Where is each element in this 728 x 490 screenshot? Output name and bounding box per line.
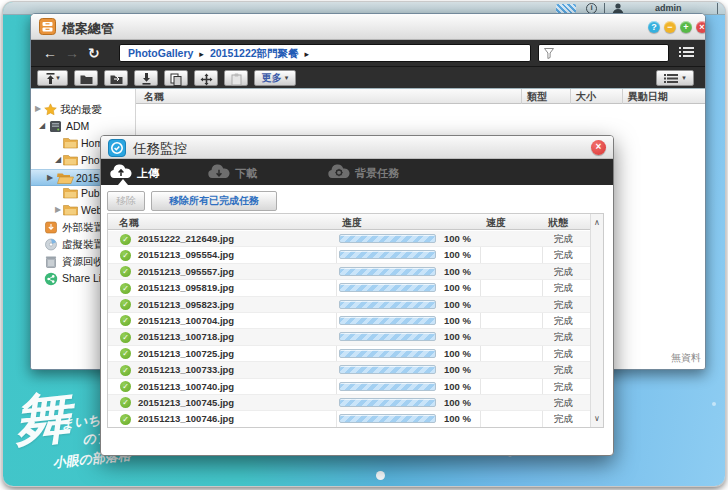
task-progress-percent: 100 %: [444, 233, 471, 244]
task-status: 完成: [554, 233, 573, 246]
column-name[interactable]: 名稱: [144, 90, 164, 104]
task-row[interactable]: ✓ 20151213_095557.jpg 100 % 完成: [108, 264, 590, 280]
task-row[interactable]: ✓ 20151213_100725.jpg 100 % 完成: [108, 346, 590, 362]
dialog-tabbar: 上傳 下載 背景任務: [101, 159, 613, 185]
disc-icon: [44, 238, 58, 251]
completed-check-icon: ✓: [120, 266, 131, 277]
column-task-progress[interactable]: 進度: [342, 216, 362, 230]
completed-check-icon: ✓: [120, 365, 131, 376]
column-task-status[interactable]: 狀態: [548, 216, 568, 230]
scroll-up-icon[interactable]: ∧: [591, 218, 603, 227]
task-file-name: 20151213_100746.jpg: [138, 413, 234, 424]
task-status: 完成: [554, 249, 573, 262]
view-mode-button[interactable]: ▾: [656, 70, 694, 86]
column-size[interactable]: 大小: [576, 90, 596, 104]
task-status: 完成: [554, 348, 573, 361]
move-button[interactable]: [194, 70, 218, 86]
task-row[interactable]: ✓ 20151213_100745.jpg 100 % 完成: [108, 395, 590, 411]
tab-background-tasks[interactable]: 背景任務: [319, 159, 439, 185]
task-row[interactable]: ✓ 20151213_095554.jpg 100 % 完成: [108, 247, 590, 263]
minimize-button[interactable]: −: [664, 21, 676, 33]
breadcrumb[interactable]: PhotoGallery▸20151222部門聚餐▸: [119, 44, 531, 62]
folder-icon: [63, 137, 78, 149]
task-progress-bar: [339, 234, 436, 243]
dialog-actions: 移除 移除所有已完成任務: [101, 185, 613, 213]
filter-input[interactable]: [538, 44, 669, 62]
desktop: i admin 舞 まいちゃん のブログ 小眼の部落格 檔案總管 ? − + ×: [3, 2, 725, 486]
task-progress-bar: [339, 398, 436, 407]
activity-monitor-icon[interactable]: [556, 4, 576, 13]
task-list-scrollbar[interactable]: ∧ ∨: [590, 214, 603, 427]
paste-button-disabled: [224, 70, 248, 86]
folder-icon: [63, 204, 78, 216]
column-task-name[interactable]: 名稱: [119, 216, 139, 230]
task-row[interactable]: ✓ 20151222_212649.jpg 100 % 完成: [108, 231, 590, 247]
column-modified[interactable]: 異動日期: [628, 90, 668, 104]
task-status: 完成: [554, 413, 573, 426]
completed-check-icon: ✓: [120, 332, 131, 343]
wallpaper-dot: [376, 471, 385, 480]
chevron-right-icon[interactable]: ▶: [47, 173, 53, 182]
completed-check-icon: ✓: [120, 414, 131, 425]
refresh-button[interactable]: ↻: [88, 45, 100, 61]
task-rows: ✓ 20151222_212649.jpg 100 % 完成 ✓ 2015121…: [108, 231, 590, 427]
task-progress-percent: 100 %: [444, 331, 471, 342]
cloud-gear-icon: [327, 164, 351, 180]
open-folder-icon: [57, 172, 74, 184]
task-row[interactable]: ✓ 20151213_100704.jpg 100 % 完成: [108, 313, 590, 329]
maximize-button[interactable]: +: [680, 21, 692, 33]
scroll-down-icon[interactable]: ∨: [591, 414, 603, 423]
task-progress-percent: 100 %: [444, 413, 471, 424]
breadcrumb-item-photogallery[interactable]: PhotoGallery: [128, 47, 193, 59]
completed-check-icon: ✓: [120, 299, 131, 310]
task-file-name: 20151213_100718.jpg: [138, 331, 234, 342]
chevron-right-icon[interactable]: ▶: [35, 104, 41, 113]
back-button[interactable]: ←: [43, 45, 57, 61]
task-row[interactable]: ✓ 20151213_095823.jpg 100 % 完成: [108, 297, 590, 313]
sidebar-item-favorites[interactable]: ▶ 我的最愛: [31, 101, 136, 118]
task-row[interactable]: ✓ 20151213_095819.jpg 100 % 完成: [108, 280, 590, 296]
chevron-expanded-icon[interactable]: ◢: [39, 121, 45, 130]
task-monitor-icon: [108, 139, 126, 157]
forward-button[interactable]: →: [65, 45, 79, 61]
folder-icon: [63, 154, 78, 166]
task-progress-percent: 100 %: [444, 397, 471, 408]
task-progress-bar: [339, 332, 436, 341]
task-row[interactable]: ✓ 20151213_100746.jpg 100 % 完成: [108, 411, 590, 427]
task-list-header: 名稱 進度 速度 狀態: [108, 214, 590, 230]
task-progress-bar: [339, 365, 436, 374]
tab-download[interactable]: 下載: [199, 159, 289, 185]
breadcrumb-item-folder[interactable]: 20151222部門聚餐: [210, 47, 299, 59]
column-type[interactable]: 類型: [527, 90, 547, 104]
task-row[interactable]: ✓ 20151213_100733.jpg 100 % 完成: [108, 362, 590, 378]
task-status: 完成: [554, 331, 573, 344]
dialog-close-button[interactable]: ×: [591, 140, 606, 155]
file-explorer-icon: [39, 18, 56, 35]
close-button[interactable]: ×: [696, 21, 706, 33]
window-titlebar[interactable]: 檔案總管 ? − + ×: [31, 14, 705, 40]
column-task-speed[interactable]: 速度: [486, 216, 506, 230]
window-title: 檔案總管: [62, 20, 114, 38]
new-folder-button[interactable]: [74, 70, 98, 86]
task-list-menu-icon[interactable]: [679, 46, 694, 58]
more-button[interactable]: 更多 ▾: [254, 70, 296, 86]
upload-button[interactable]: ▾: [37, 70, 68, 86]
task-row[interactable]: ✓ 20151213_100740.jpg 100 % 完成: [108, 379, 590, 395]
sidebar-item-adm[interactable]: ◢ ADM: [31, 118, 136, 135]
chevron-expanded-icon[interactable]: ◢: [55, 155, 61, 164]
chevron-right-icon[interactable]: ▶: [55, 205, 61, 214]
completed-check-icon: ✓: [120, 283, 131, 294]
cloud-upload-icon: [109, 164, 133, 180]
download-button[interactable]: [134, 70, 158, 86]
open-folder-button[interactable]: [104, 70, 128, 86]
remove-all-completed-button[interactable]: 移除所有已完成任務: [151, 191, 277, 211]
task-progress-percent: 100 %: [444, 315, 471, 326]
completed-check-icon: ✓: [120, 250, 131, 261]
copy-button[interactable]: [164, 70, 188, 86]
task-status: 完成: [554, 266, 573, 279]
task-row[interactable]: ✓ 20151213_100718.jpg 100 % 完成: [108, 329, 590, 345]
tab-upload[interactable]: 上傳: [101, 159, 191, 185]
help-button[interactable]: ?: [648, 21, 660, 33]
dialog-titlebar[interactable]: 任務監控 ×: [101, 136, 613, 159]
logged-in-user-label[interactable]: admin: [655, 3, 682, 13]
